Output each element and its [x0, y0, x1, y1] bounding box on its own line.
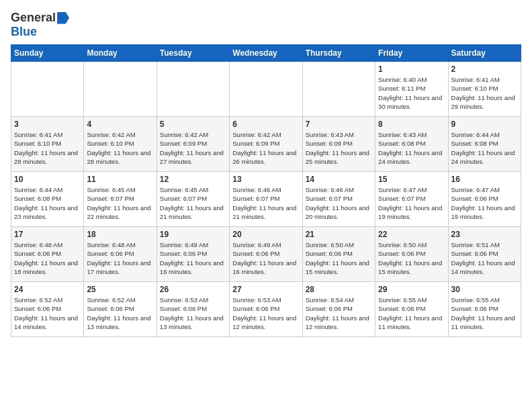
calendar-cell: 12Sunrise: 6:45 AM Sunset: 6:07 PM Dayli… — [157, 172, 229, 227]
day-number: 24 — [14, 285, 81, 294]
calendar-cell: 26Sunrise: 6:53 AM Sunset: 6:06 PM Dayli… — [157, 282, 229, 337]
day-number: 30 — [451, 285, 518, 294]
day-header-thursday: Thursday — [302, 45, 375, 62]
day-info: Sunrise: 6:53 AM Sunset: 6:06 PM Dayligh… — [232, 295, 299, 331]
day-number: 1 — [378, 64, 445, 74]
day-info: Sunrise: 6:47 AM Sunset: 6:06 PM Dayligh… — [451, 185, 518, 221]
day-info: Sunrise: 6:43 AM Sunset: 6:08 PM Dayligh… — [378, 130, 445, 166]
day-info: Sunrise: 6:48 AM Sunset: 6:06 PM Dayligh… — [87, 240, 153, 276]
day-info: Sunrise: 6:43 AM Sunset: 6:09 PM Dayligh… — [306, 130, 372, 166]
day-info: Sunrise: 6:49 AM Sunset: 6:06 PM Dayligh… — [160, 240, 226, 276]
calendar-cell: 2Sunrise: 6:41 AM Sunset: 6:10 PM Daylig… — [448, 62, 521, 117]
day-info: Sunrise: 6:52 AM Sunset: 6:06 PM Dayligh… — [14, 295, 81, 331]
header: General Blue — [11, 11, 521, 39]
day-info: Sunrise: 6:47 AM Sunset: 6:07 PM Dayligh… — [378, 185, 445, 221]
calendar-cell: 25Sunrise: 6:52 AM Sunset: 6:06 PM Dayli… — [84, 282, 157, 337]
day-number: 6 — [232, 120, 299, 129]
calendar-cell — [157, 62, 229, 117]
day-info: Sunrise: 6:44 AM Sunset: 6:08 PM Dayligh… — [451, 130, 518, 166]
day-info: Sunrise: 6:49 AM Sunset: 6:06 PM Dayligh… — [232, 240, 299, 276]
day-header-sunday: Sunday — [11, 45, 84, 62]
day-info: Sunrise: 6:55 AM Sunset: 6:06 PM Dayligh… — [451, 295, 518, 331]
day-info: Sunrise: 6:53 AM Sunset: 6:06 PM Dayligh… — [160, 295, 226, 331]
day-number: 17 — [14, 230, 81, 239]
day-header-wednesday: Wednesday — [230, 45, 302, 62]
day-info: Sunrise: 6:55 AM Sunset: 6:06 PM Dayligh… — [378, 295, 445, 331]
day-info: Sunrise: 6:42 AM Sunset: 6:10 PM Dayligh… — [87, 130, 153, 166]
logo-general-text: General — [11, 11, 56, 25]
calendar-cell: 5Sunrise: 6:42 AM Sunset: 6:09 PM Daylig… — [157, 117, 229, 172]
day-info: Sunrise: 6:52 AM Sunset: 6:06 PM Dayligh… — [87, 295, 153, 331]
calendar-cell: 24Sunrise: 6:52 AM Sunset: 6:06 PM Dayli… — [11, 282, 84, 337]
calendar-cell — [302, 62, 375, 117]
day-info: Sunrise: 6:46 AM Sunset: 6:07 PM Dayligh… — [306, 185, 372, 221]
calendar-cell — [84, 62, 157, 117]
calendar-cell — [230, 62, 302, 117]
day-number: 28 — [306, 285, 372, 294]
day-number: 18 — [87, 230, 153, 239]
calendar-cell: 14Sunrise: 6:46 AM Sunset: 6:07 PM Dayli… — [302, 172, 375, 227]
calendar-cell: 6Sunrise: 6:42 AM Sunset: 6:09 PM Daylig… — [230, 117, 302, 172]
calendar-cell: 15Sunrise: 6:47 AM Sunset: 6:07 PM Dayli… — [375, 172, 448, 227]
logo-icon — [57, 12, 69, 24]
logo: General Blue — [11, 11, 69, 39]
calendar-cell: 30Sunrise: 6:55 AM Sunset: 6:06 PM Dayli… — [448, 282, 521, 337]
day-info: Sunrise: 6:54 AM Sunset: 6:06 PM Dayligh… — [306, 295, 372, 331]
day-number: 19 — [160, 230, 226, 239]
calendar-cell: 28Sunrise: 6:54 AM Sunset: 6:06 PM Dayli… — [302, 282, 375, 337]
calendar-cell: 11Sunrise: 6:45 AM Sunset: 6:07 PM Dayli… — [84, 172, 157, 227]
calendar-cell: 29Sunrise: 6:55 AM Sunset: 6:06 PM Dayli… — [375, 282, 448, 337]
day-number: 29 — [378, 285, 445, 294]
calendar-cell: 1Sunrise: 6:40 AM Sunset: 6:11 PM Daylig… — [375, 62, 448, 117]
day-info: Sunrise: 6:42 AM Sunset: 6:09 PM Dayligh… — [232, 130, 299, 166]
day-info: Sunrise: 6:41 AM Sunset: 6:10 PM Dayligh… — [451, 75, 518, 111]
day-number: 23 — [451, 230, 518, 239]
calendar-cell: 9Sunrise: 6:44 AM Sunset: 6:08 PM Daylig… — [448, 117, 521, 172]
calendar-cell: 3Sunrise: 6:41 AM Sunset: 6:10 PM Daylig… — [11, 117, 84, 172]
day-number: 11 — [87, 175, 153, 184]
day-number: 21 — [306, 230, 372, 239]
day-number: 20 — [232, 230, 299, 239]
day-header-monday: Monday — [84, 45, 157, 62]
day-number: 14 — [306, 175, 372, 184]
day-info: Sunrise: 6:51 AM Sunset: 6:06 PM Dayligh… — [451, 240, 518, 276]
day-info: Sunrise: 6:50 AM Sunset: 6:06 PM Dayligh… — [306, 240, 372, 276]
day-number: 3 — [14, 120, 81, 129]
calendar-cell: 27Sunrise: 6:53 AM Sunset: 6:06 PM Dayli… — [230, 282, 302, 337]
logo-blue-text: Blue — [11, 25, 37, 39]
calendar-cell: 7Sunrise: 6:43 AM Sunset: 6:09 PM Daylig… — [302, 117, 375, 172]
day-info: Sunrise: 6:45 AM Sunset: 6:07 PM Dayligh… — [160, 185, 226, 221]
day-number: 15 — [378, 175, 445, 184]
day-info: Sunrise: 6:41 AM Sunset: 6:10 PM Dayligh… — [14, 130, 81, 166]
day-header-friday: Friday — [375, 45, 448, 62]
day-number: 5 — [160, 120, 226, 129]
calendar-cell: 10Sunrise: 6:44 AM Sunset: 6:08 PM Dayli… — [11, 172, 84, 227]
calendar-cell: 13Sunrise: 6:46 AM Sunset: 6:07 PM Dayli… — [230, 172, 302, 227]
day-number: 12 — [160, 175, 226, 184]
day-header-saturday: Saturday — [448, 45, 521, 62]
day-number: 26 — [160, 285, 226, 294]
calendar-cell: 16Sunrise: 6:47 AM Sunset: 6:06 PM Dayli… — [448, 172, 521, 227]
calendar-cell: 17Sunrise: 6:48 AM Sunset: 6:06 PM Dayli… — [11, 227, 84, 282]
day-number: 25 — [87, 285, 153, 294]
calendar-table: SundayMondayTuesdayWednesdayThursdayFrid… — [11, 44, 521, 337]
calendar-cell: 19Sunrise: 6:49 AM Sunset: 6:06 PM Dayli… — [157, 227, 229, 282]
day-info: Sunrise: 6:46 AM Sunset: 6:07 PM Dayligh… — [232, 185, 299, 221]
day-number: 16 — [451, 175, 518, 184]
day-number: 22 — [378, 230, 445, 239]
day-number: 4 — [87, 120, 153, 129]
calendar-cell: 23Sunrise: 6:51 AM Sunset: 6:06 PM Dayli… — [448, 227, 521, 282]
day-number: 10 — [14, 175, 81, 184]
day-info: Sunrise: 6:48 AM Sunset: 6:06 PM Dayligh… — [14, 240, 81, 276]
day-header-tuesday: Tuesday — [157, 45, 229, 62]
calendar-cell: 21Sunrise: 6:50 AM Sunset: 6:06 PM Dayli… — [302, 227, 375, 282]
calendar-cell: 18Sunrise: 6:48 AM Sunset: 6:06 PM Dayli… — [84, 227, 157, 282]
day-number: 2 — [451, 64, 518, 74]
day-number: 27 — [232, 285, 299, 294]
calendar-cell — [11, 62, 84, 117]
calendar-cell: 20Sunrise: 6:49 AM Sunset: 6:06 PM Dayli… — [230, 227, 302, 282]
day-number: 9 — [451, 120, 518, 129]
day-number: 8 — [378, 120, 445, 129]
day-info: Sunrise: 6:50 AM Sunset: 6:06 PM Dayligh… — [378, 240, 445, 276]
calendar-cell: 22Sunrise: 6:50 AM Sunset: 6:06 PM Dayli… — [375, 227, 448, 282]
